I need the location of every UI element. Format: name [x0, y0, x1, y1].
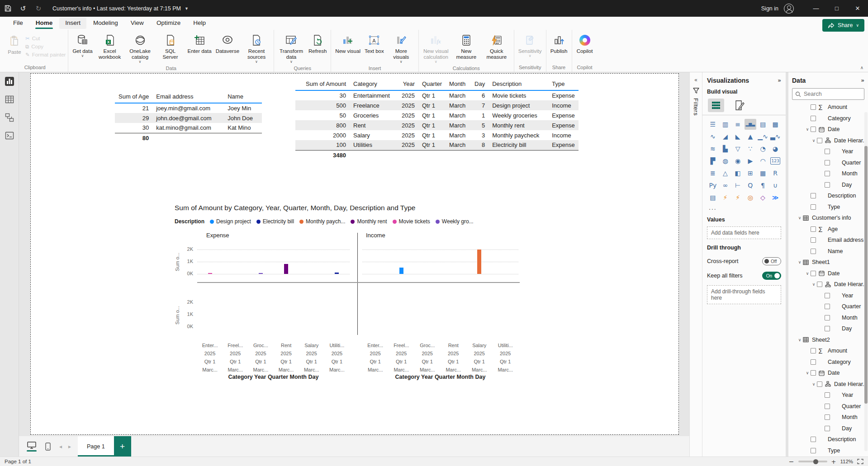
income-plot-area[interactable] — [362, 249, 518, 274]
chevron-down-icon[interactable]: ∨ — [811, 282, 817, 287]
field-item-date-hierar-[interactable]: ∨Date Hierar... — [792, 279, 864, 290]
column-header[interactable]: Year — [396, 79, 418, 90]
table-cell[interactable]: 2000 — [295, 130, 350, 140]
filled-map-icon[interactable]: ◉ — [732, 155, 744, 166]
line-and-clustered-column-chart-icon[interactable]: ▃∿ — [769, 131, 781, 142]
line-chart-icon[interactable]: ∿ — [707, 131, 719, 142]
field-checkbox[interactable] — [811, 359, 816, 365]
ribbon-chart-icon[interactable]: ≋ — [707, 143, 719, 154]
format-visual-mode-button[interactable] — [731, 99, 748, 112]
pie-chart-icon[interactable]: ◔ — [757, 143, 769, 154]
data-pane-scrollbar[interactable] — [864, 112, 868, 451]
table-cell[interactable]: 2025 — [396, 140, 418, 150]
table-cell[interactable]: Design project — [489, 100, 548, 110]
power-apps-icon[interactable]: ◇ — [757, 192, 769, 203]
stacked-column-chart-icon[interactable]: ▥ — [720, 119, 731, 130]
table-row[interactable]: 21joey.min@gmail.comJoey Min — [115, 103, 262, 113]
field-item-quarter[interactable]: Quarter — [792, 157, 864, 169]
minimize-button[interactable]: — — [806, 0, 826, 17]
previous-page-arrow[interactable]: ◂ — [56, 436, 65, 457]
table-cell[interactable]: Income — [548, 130, 579, 140]
table-cell[interactable]: Qtr 1 — [418, 120, 446, 130]
metrics-icon[interactable]: ∪ — [769, 180, 781, 191]
field-item-date[interactable]: ∨Date — [792, 268, 864, 279]
column-header[interactable]: Type — [548, 79, 579, 90]
field-item-day[interactable]: Day — [792, 179, 864, 191]
onelake-catalog-button[interactable]: OneLake catalog ∨ — [125, 32, 155, 65]
table-cell[interactable]: Qtr 1 — [418, 100, 446, 110]
table-row[interactable]: 50Groceries2025Qtr 1March1Weekly groceri… — [295, 110, 579, 120]
dataverse-button[interactable]: Dataverse — [214, 32, 241, 56]
100-stacked-column-chart-icon[interactable]: ▩ — [769, 119, 781, 130]
share-button[interactable]: Share ∨ — [822, 19, 864, 32]
column-header[interactable]: Sum of Age — [115, 92, 152, 103]
paginated-report-icon[interactable]: ▤ — [707, 192, 719, 203]
model-view-button[interactable] — [0, 108, 19, 127]
table-cell[interactable]: Qtr 1 — [418, 140, 446, 150]
field-checkbox[interactable] — [825, 160, 830, 165]
cross-report-toggle[interactable]: Off — [762, 257, 781, 265]
kpi-icon[interactable]: △ — [720, 168, 731, 179]
table-cell[interactable]: 2025 — [396, 100, 418, 110]
table-cell[interactable]: 2025 — [396, 130, 418, 140]
copilot-button[interactable]: Copilot — [574, 32, 595, 56]
table-cell[interactable]: 2025 — [396, 90, 418, 100]
field-checkbox[interactable] — [811, 271, 816, 276]
legend-item[interactable]: Design project — [210, 218, 251, 225]
mobile-layout-button[interactable] — [40, 436, 56, 457]
zoom-in-button[interactable]: + — [831, 458, 836, 465]
field-checkbox[interactable] — [811, 348, 816, 353]
table-cell[interactable]: john.doe@gmail.com — [152, 113, 224, 123]
field-checkbox[interactable] — [817, 381, 822, 387]
field-item-date[interactable]: ∨Date — [792, 367, 864, 379]
chevron-down-icon[interactable]: ∨ — [811, 382, 817, 386]
new-card-icon[interactable]: ⚡ — [720, 192, 731, 203]
field-item-month[interactable]: Month — [792, 312, 864, 324]
field-checkbox[interactable] — [817, 138, 822, 143]
publish-button[interactable]: Publish — [549, 32, 569, 56]
maximize-button[interactable]: □ — [826, 0, 847, 17]
field-item-day[interactable]: Day — [792, 423, 864, 434]
table-row[interactable]: 500Freelance2025Qtr 1March7Design projec… — [295, 100, 579, 110]
power-automate-icon[interactable]: ≫ — [769, 192, 781, 203]
legend-item[interactable]: Weekly gro... — [436, 218, 474, 225]
table-row[interactable]: 30kat.mino@gmail.comKat Mino — [115, 123, 262, 133]
excel-workbook-button[interactable]: X Excel workbook — [95, 32, 125, 61]
bar-weekly-groceries[interactable] — [259, 273, 263, 274]
table-cell[interactable]: Qtr 1 — [418, 110, 446, 120]
table-cell[interactable]: Qtr 1 — [418, 90, 446, 100]
map-icon[interactable]: ◍ — [720, 155, 731, 166]
chevron-down-icon[interactable]: ∨ — [804, 127, 811, 132]
page-tab[interactable]: Page 1 — [78, 436, 114, 457]
undo-icon[interactable]: ↺ — [15, 0, 31, 17]
table-cell[interactable]: Freelance — [350, 100, 396, 110]
donut-chart-icon[interactable]: ◕ — [769, 143, 781, 154]
new-slicer-icon[interactable]: ⚡ — [732, 192, 744, 203]
filters-pane-label[interactable]: Filters — [693, 98, 699, 116]
field-checkbox[interactable] — [825, 404, 830, 409]
title-dropdown-caret[interactable]: ▼ — [185, 6, 189, 11]
field-checkbox[interactable] — [811, 249, 816, 254]
fit-to-page-icon[interactable] — [857, 459, 863, 464]
sign-in-button[interactable]: Sign in — [761, 5, 778, 12]
bar-design-project[interactable] — [399, 268, 403, 274]
new-measure-button[interactable]: New measure — [451, 32, 481, 61]
table-cell[interactable]: Joey Min — [224, 103, 262, 113]
table-icon[interactable]: ⊞ — [745, 168, 756, 179]
field-checkbox[interactable] — [825, 304, 830, 309]
chevron-down-icon[interactable]: ∨ — [797, 338, 803, 342]
sensitivity-button[interactable]: Sensitivity ∨ — [517, 32, 544, 59]
search-input[interactable] — [804, 91, 854, 97]
table-cell[interactable]: March — [446, 130, 471, 140]
table-cell[interactable]: 30 — [295, 90, 350, 100]
sql-server-button[interactable]: SQL Server — [156, 32, 185, 61]
field-item-date-hierar-[interactable]: ∨Date Hierar... — [792, 135, 864, 146]
zoom-out-button[interactable]: − — [789, 458, 794, 465]
column-header[interactable]: Day — [471, 79, 489, 90]
collapse-visualizations-icon[interactable]: » — [778, 77, 781, 84]
paste-button[interactable]: Paste — [4, 32, 25, 55]
table-cell[interactable]: 6 — [471, 90, 489, 100]
table-cell[interactable]: Qtr 1 — [418, 130, 446, 140]
bar-electricity-bill[interactable] — [335, 273, 339, 274]
legend-item[interactable]: Monthly rent — [351, 218, 387, 225]
